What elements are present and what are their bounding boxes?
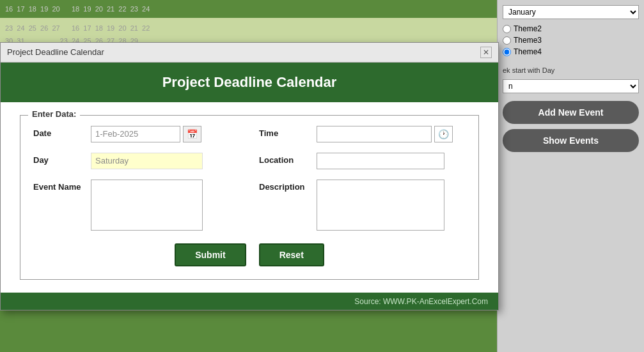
theme3-radio-item[interactable]: Theme3	[503, 36, 639, 45]
form-grid: Date 📅 Time	[33, 126, 466, 231]
location-label: Location	[259, 153, 310, 165]
day-label: Day	[33, 153, 84, 165]
time-label: Time	[259, 126, 310, 138]
month-select[interactable]: January	[503, 5, 639, 19]
week-day-select[interactable]: n	[503, 79, 639, 93]
time-row: Time 🕐	[259, 126, 466, 142]
theme2-radio-item[interactable]: Theme2	[503, 24, 639, 33]
right-panel: January Theme2 Theme3 Theme4 ek start wi…	[497, 0, 644, 352]
dialog-title-text: Project Deadline Calendar	[7, 47, 104, 57]
day-row: Day	[33, 153, 240, 169]
dialog-header: Project Deadline Calendar	[1, 63, 498, 102]
event-name-label: Event Name	[33, 180, 84, 192]
submit-button[interactable]: Submit	[175, 243, 246, 266]
description-textarea[interactable]	[317, 180, 444, 231]
location-row: Location	[259, 153, 466, 169]
event-name-textarea[interactable]	[91, 180, 203, 231]
enter-data-fieldset: Enter Data: Date 📅 Time	[20, 115, 479, 280]
time-input[interactable]	[317, 126, 432, 142]
theme3-label: Theme3	[514, 36, 542, 45]
theme4-radio-item[interactable]: Theme4	[503, 47, 639, 56]
week-start-label: ek start with Day	[503, 66, 639, 74]
time-icon-button[interactable]: 🕐	[434, 126, 453, 142]
add-new-event-button[interactable]: Add New Event	[503, 101, 639, 124]
theme4-radio[interactable]	[503, 48, 511, 56]
show-events-button[interactable]: Show Events	[503, 129, 639, 152]
month-select-row: January	[503, 5, 639, 19]
event-name-row: Event Name	[33, 180, 240, 231]
theme4-label: Theme4	[514, 47, 542, 56]
dialog: Project Deadline Calendar ✕ Project Dead…	[0, 42, 499, 310]
form-buttons-row: Submit Reset	[33, 243, 466, 266]
theme2-label: Theme2	[514, 24, 542, 33]
reset-button[interactable]: Reset	[259, 243, 324, 266]
dialog-header-title: Project Deadline Calendar	[12, 74, 487, 91]
date-input[interactable]	[91, 126, 180, 142]
location-input[interactable]	[317, 153, 444, 169]
dialog-footer: Source: WWW.PK-AnExcelExpert.Com	[1, 293, 498, 310]
fieldset-legend: Enter Data:	[28, 109, 80, 119]
description-row: Description	[259, 180, 466, 231]
theme-radio-group: Theme2 Theme3 Theme4	[503, 24, 639, 56]
day-input[interactable]	[91, 153, 203, 169]
description-label: Description	[259, 180, 310, 192]
calendar-icon-button[interactable]: 📅	[183, 126, 201, 142]
calendar-icon: 📅	[187, 129, 198, 139]
dialog-body: Enter Data: Date 📅 Time	[1, 102, 498, 293]
dialog-titlebar: Project Deadline Calendar ✕	[1, 43, 498, 63]
clock-icon: 🕐	[438, 129, 449, 139]
modal-overlay: Project Deadline Calendar ✕ Project Dead…	[0, 0, 499, 352]
date-wrapper: 📅	[91, 126, 201, 142]
date-label: Date	[33, 126, 84, 138]
date-row: Date 📅	[33, 126, 240, 142]
theme3-radio[interactable]	[503, 36, 511, 45]
footer-source-text: Source: WWW.PK-AnExcelExpert.Com	[354, 297, 488, 306]
theme2-radio[interactable]	[503, 25, 511, 33]
dialog-close-button[interactable]: ✕	[480, 47, 492, 58]
time-wrapper: 🕐	[317, 126, 453, 142]
